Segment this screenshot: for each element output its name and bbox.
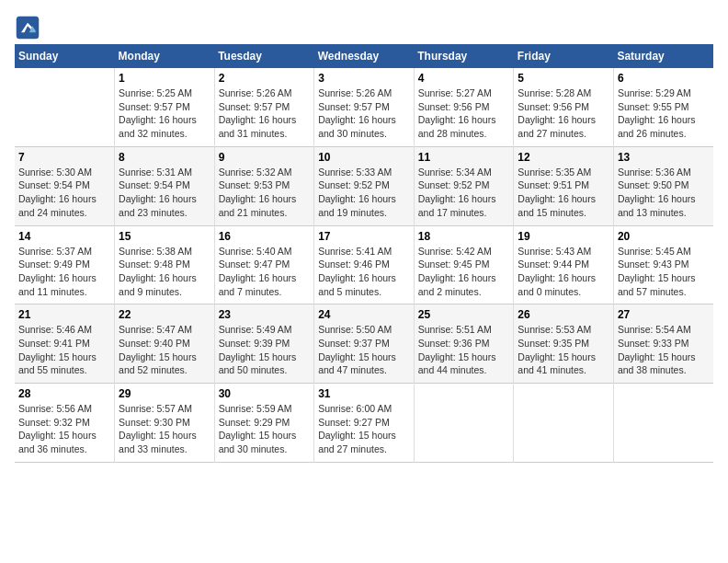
day-info: Sunrise: 5:53 AMSunset: 9:35 PMDaylight:… [518, 323, 609, 377]
day-info: Sunrise: 5:32 AMSunset: 9:53 PMDaylight:… [219, 166, 311, 220]
day-info: Sunrise: 5:41 AMSunset: 9:46 PMDaylight:… [318, 245, 410, 299]
day-info: Sunrise: 5:33 AMSunset: 9:52 PMDaylight:… [318, 166, 410, 220]
day-number: 4 [418, 72, 510, 85]
day-number: 14 [18, 230, 110, 243]
calendar-cell: 12Sunrise: 5:35 AMSunset: 9:51 PMDayligh… [514, 146, 614, 225]
weekday-header: Tuesday [214, 44, 314, 68]
calendar-cell: 16Sunrise: 5:40 AMSunset: 9:47 PMDayligh… [214, 225, 314, 304]
calendar-cell [514, 384, 614, 463]
calendar-cell: 10Sunrise: 5:33 AMSunset: 9:52 PMDayligh… [314, 146, 415, 225]
calendar-week-row: 7Sunrise: 5:30 AMSunset: 9:54 PMDaylight… [15, 146, 713, 225]
calendar-cell: 14Sunrise: 5:37 AMSunset: 9:49 PMDayligh… [15, 225, 115, 304]
weekday-header: Thursday [414, 44, 514, 68]
calendar-cell: 3Sunrise: 5:26 AMSunset: 9:57 PMDaylight… [314, 68, 415, 146]
calendar-cell: 26Sunrise: 5:53 AMSunset: 9:35 PMDayligh… [514, 304, 614, 384]
calendar-cell: 18Sunrise: 5:42 AMSunset: 9:45 PMDayligh… [414, 225, 514, 304]
calendar-header: SundayMondayTuesdayWednesdayThursdayFrid… [15, 44, 713, 68]
day-info: Sunrise: 5:27 AMSunset: 9:56 PMDaylight:… [418, 86, 510, 141]
calendar-cell: 21Sunrise: 5:46 AMSunset: 9:41 PMDayligh… [15, 304, 115, 384]
calendar-cell: 7Sunrise: 5:30 AMSunset: 9:54 PMDaylight… [15, 146, 115, 225]
calendar-cell: 24Sunrise: 5:50 AMSunset: 9:37 PMDayligh… [314, 304, 415, 384]
logo [15, 15, 44, 40]
day-number: 17 [318, 230, 410, 243]
calendar-cell: 19Sunrise: 5:43 AMSunset: 9:44 PMDayligh… [514, 225, 614, 304]
calendar-cell: 11Sunrise: 5:34 AMSunset: 9:52 PMDayligh… [414, 146, 514, 225]
day-number: 1 [119, 72, 210, 85]
day-info: Sunrise: 5:43 AMSunset: 9:44 PMDaylight:… [518, 245, 609, 299]
day-number: 10 [318, 151, 410, 164]
calendar-body: 1Sunrise: 5:25 AMSunset: 9:57 PMDaylight… [15, 68, 713, 462]
day-number: 18 [418, 230, 510, 243]
day-number: 29 [119, 387, 210, 400]
day-number: 26 [518, 308, 609, 321]
calendar-week-row: 1Sunrise: 5:25 AMSunset: 9:57 PMDaylight… [15, 68, 713, 146]
calendar-cell [414, 384, 514, 463]
calendar-cell: 15Sunrise: 5:38 AMSunset: 9:48 PMDayligh… [115, 225, 215, 304]
calendar-cell: 31Sunrise: 6:00 AMSunset: 9:27 PMDayligh… [314, 384, 415, 463]
day-number: 20 [618, 230, 710, 243]
day-info: Sunrise: 5:35 AMSunset: 9:51 PMDaylight:… [518, 166, 609, 220]
day-info: Sunrise: 5:49 AMSunset: 9:39 PMDaylight:… [219, 323, 311, 377]
calendar-cell [613, 384, 713, 463]
day-info: Sunrise: 5:50 AMSunset: 9:37 PMDaylight:… [318, 323, 410, 377]
day-number: 25 [418, 308, 510, 321]
calendar-cell: 8Sunrise: 5:31 AMSunset: 9:54 PMDaylight… [115, 146, 215, 225]
day-number: 9 [219, 151, 311, 164]
day-number: 2 [219, 72, 311, 85]
day-info: Sunrise: 5:47 AMSunset: 9:40 PMDaylight:… [119, 323, 210, 377]
calendar-cell: 30Sunrise: 5:59 AMSunset: 9:29 PMDayligh… [214, 384, 314, 463]
day-number: 6 [618, 72, 710, 85]
day-number: 15 [119, 230, 210, 243]
logo-icon [15, 15, 40, 40]
calendar-cell: 6Sunrise: 5:29 AMSunset: 9:55 PMDaylight… [613, 68, 713, 146]
day-number: 13 [618, 151, 710, 164]
day-info: Sunrise: 5:38 AMSunset: 9:48 PMDaylight:… [119, 245, 210, 299]
weekday-header: Friday [514, 44, 614, 68]
day-info: Sunrise: 5:29 AMSunset: 9:55 PMDaylight:… [618, 86, 710, 141]
weekday-header: Sunday [15, 44, 115, 68]
day-number: 3 [318, 72, 410, 85]
svg-rect-0 [17, 17, 40, 40]
calendar-cell: 22Sunrise: 5:47 AMSunset: 9:40 PMDayligh… [115, 304, 215, 384]
day-number: 21 [18, 308, 110, 321]
page-header [15, 15, 713, 40]
day-number: 19 [518, 230, 609, 243]
calendar-table: SundayMondayTuesdayWednesdayThursdayFrid… [15, 44, 713, 463]
day-info: Sunrise: 5:51 AMSunset: 9:36 PMDaylight:… [418, 323, 510, 377]
weekday-header: Saturday [613, 44, 713, 68]
calendar-cell: 23Sunrise: 5:49 AMSunset: 9:39 PMDayligh… [214, 304, 314, 384]
calendar-cell: 28Sunrise: 5:56 AMSunset: 9:32 PMDayligh… [15, 384, 115, 463]
day-info: Sunrise: 5:42 AMSunset: 9:45 PMDaylight:… [418, 245, 510, 299]
day-number: 31 [318, 387, 410, 400]
calendar-cell: 2Sunrise: 5:26 AMSunset: 9:57 PMDaylight… [214, 68, 314, 146]
day-number: 30 [219, 387, 311, 400]
day-info: Sunrise: 5:30 AMSunset: 9:54 PMDaylight:… [18, 166, 110, 220]
day-number: 8 [119, 151, 210, 164]
day-info: Sunrise: 5:46 AMSunset: 9:41 PMDaylight:… [18, 323, 110, 377]
day-number: 16 [219, 230, 311, 243]
day-info: Sunrise: 5:37 AMSunset: 9:49 PMDaylight:… [18, 245, 110, 299]
day-number: 11 [418, 151, 510, 164]
calendar-cell: 13Sunrise: 5:36 AMSunset: 9:50 PMDayligh… [613, 146, 713, 225]
calendar-cell [15, 68, 115, 146]
day-info: Sunrise: 5:26 AMSunset: 9:57 PMDaylight:… [219, 86, 311, 141]
calendar-cell: 5Sunrise: 5:28 AMSunset: 9:56 PMDaylight… [514, 68, 614, 146]
day-info: Sunrise: 5:28 AMSunset: 9:56 PMDaylight:… [518, 86, 609, 141]
day-info: Sunrise: 5:40 AMSunset: 9:47 PMDaylight:… [219, 245, 311, 299]
day-number: 24 [318, 308, 410, 321]
day-info: Sunrise: 6:00 AMSunset: 9:27 PMDaylight:… [318, 402, 410, 456]
day-info: Sunrise: 5:57 AMSunset: 9:30 PMDaylight:… [119, 402, 210, 456]
day-number: 27 [618, 308, 710, 321]
weekday-header: Wednesday [314, 44, 415, 68]
calendar-cell: 27Sunrise: 5:54 AMSunset: 9:33 PMDayligh… [613, 304, 713, 384]
calendar-week-row: 21Sunrise: 5:46 AMSunset: 9:41 PMDayligh… [15, 304, 713, 384]
day-number: 12 [518, 151, 609, 164]
day-info: Sunrise: 5:36 AMSunset: 9:50 PMDaylight:… [618, 166, 710, 220]
day-info: Sunrise: 5:31 AMSunset: 9:54 PMDaylight:… [119, 166, 210, 220]
weekday-header: Monday [115, 44, 215, 68]
day-number: 23 [219, 308, 311, 321]
calendar-cell: 9Sunrise: 5:32 AMSunset: 9:53 PMDaylight… [214, 146, 314, 225]
calendar-cell: 20Sunrise: 5:45 AMSunset: 9:43 PMDayligh… [613, 225, 713, 304]
calendar-week-row: 28Sunrise: 5:56 AMSunset: 9:32 PMDayligh… [15, 384, 713, 463]
calendar-cell: 1Sunrise: 5:25 AMSunset: 9:57 PMDaylight… [115, 68, 215, 146]
